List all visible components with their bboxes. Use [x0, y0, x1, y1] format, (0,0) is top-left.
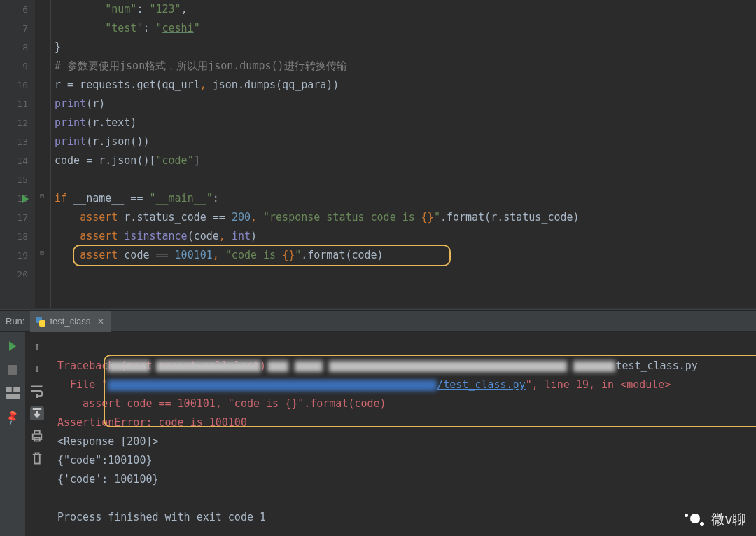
rerun-icon[interactable]	[6, 339, 20, 353]
run-header: Run: test_class ✕	[0, 311, 756, 332]
scroll-to-end-icon[interactable]	[30, 406, 44, 420]
code-line[interactable]	[55, 170, 756, 189]
console-response-line: <Response [200]>	[57, 432, 748, 451]
stop-icon[interactable]	[6, 363, 20, 377]
run-label: Run:	[0, 316, 30, 327]
soft-wrap-icon[interactable]	[30, 384, 44, 398]
svg-rect-2	[6, 394, 20, 399]
editor[interactable]: 67891011121314151617181920 ⊟ ⊟ "num": "1…	[0, 0, 756, 308]
console-json-line-1: {"code":100100}	[57, 451, 748, 470]
fold-expand-icon[interactable]: ⊟	[40, 192, 44, 200]
code-line[interactable]	[55, 265, 756, 284]
traceback-file-line: File "/test_class.py", line 19, in <modu…	[57, 376, 748, 394]
scroll-down-icon[interactable]: ↓	[30, 362, 44, 376]
pin-icon[interactable]: 📌	[3, 408, 22, 427]
console-blank	[57, 489, 748, 508]
svg-rect-4	[34, 431, 40, 434]
fold-collapse-icon[interactable]: ⊟	[40, 249, 44, 256]
fold-column: ⊟ ⊟	[38, 0, 49, 308]
scroll-up-icon[interactable]: ↑	[30, 339, 44, 353]
code-line[interactable]: code = r.json()["code"]	[55, 151, 756, 170]
code-line[interactable]: # 参数要使用json格式，所以用json.dumps()进行转换传输	[55, 57, 756, 76]
indent-guide	[50, 0, 51, 308]
run-config-tab[interactable]: test_class ✕	[30, 311, 111, 332]
code-line[interactable]: if __name__ == "__main__":	[55, 189, 756, 208]
console-json-line-2: {'code': 100100}	[57, 470, 748, 489]
print-icon[interactable]	[30, 429, 44, 443]
code-line[interactable]: "num": "123",	[55, 0, 756, 19]
run-side-toolbar: 📌	[0, 332, 25, 536]
assertion-error-line: AssertionError: code is 100100	[57, 413, 748, 432]
watermark-text: 微v聊	[711, 510, 746, 529]
traceback-source-line: assert code == 100101, "code is {}".form…	[57, 394, 748, 413]
run-line-marker-icon[interactable]	[22, 195, 29, 203]
code-line[interactable]: assert r.status_code == 200, "response s…	[55, 208, 756, 227]
code-line[interactable]: }	[55, 38, 756, 57]
close-icon[interactable]: ✕	[97, 317, 104, 327]
svg-rect-1	[13, 387, 20, 392]
code-area[interactable]: "num": "123", "test": "ceshi"}# 参数要使用jso…	[55, 0, 756, 308]
run-toolwindow: Run: test_class ✕ 📌 ↑ ↓	[0, 311, 756, 536]
console-cmd-line: test_class.py	[57, 338, 748, 357]
console-exit-line: Process finished with exit code 1	[57, 508, 748, 527]
trash-icon[interactable]	[30, 451, 44, 465]
gutter-marker-column	[22, 0, 35, 308]
run-body: 📌 ↑ ↓ test_class.py Traceback (most rece	[0, 332, 756, 536]
console-output[interactable]: test_class.py Traceback (most recent cal…	[49, 332, 756, 536]
code-line[interactable]: print(r.text)	[55, 114, 756, 132]
code-line[interactable]: assert code == 100101, "code is {}".form…	[55, 246, 756, 265]
watermark: 微v聊	[682, 510, 746, 529]
code-line[interactable]: print(r)	[55, 95, 756, 114]
run-config-name: test_class	[50, 316, 90, 327]
code-line[interactable]: r = requests.get(qq_url, json.dumps(qq_p…	[55, 76, 756, 95]
svg-rect-0	[6, 387, 12, 392]
console-toolbar: ↑ ↓	[25, 332, 49, 536]
code-line[interactable]: assert isinstance(code, int)	[55, 227, 756, 246]
python-file-icon	[36, 317, 46, 327]
code-line[interactable]: print(r.json())	[55, 132, 756, 151]
layout-icon[interactable]	[6, 387, 20, 401]
code-line[interactable]: "test": "ceshi"	[55, 19, 756, 38]
